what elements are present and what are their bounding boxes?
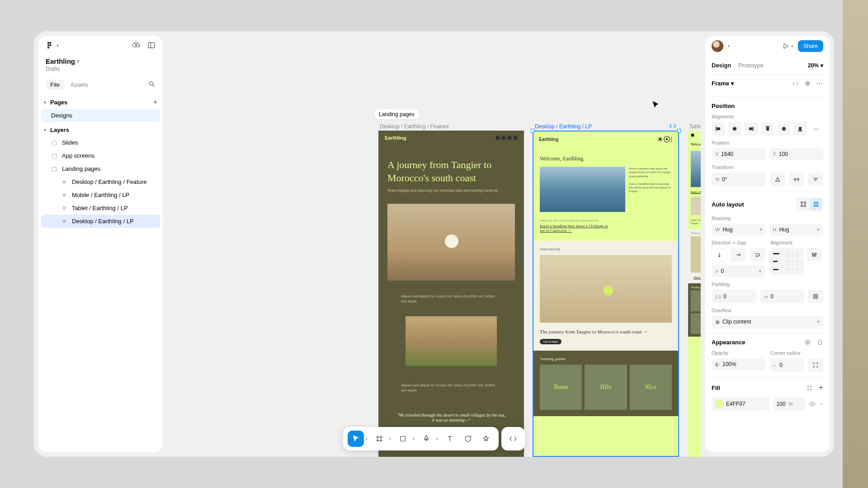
svg-rect-48 [815, 296, 816, 297]
dev-ready-badge[interactable] [669, 122, 676, 131]
tool-caret[interactable]: ▾ [389, 437, 391, 441]
move-tool[interactable] [348, 431, 364, 447]
more-transform[interactable] [808, 173, 823, 186]
tool-caret[interactable]: ▾ [436, 437, 438, 441]
tab-file[interactable]: File [46, 80, 64, 90]
artboard-desktop-lp[interactable]: Earthling☀⦿⁝ Welcome, Earthling. Insert … [533, 131, 679, 457]
layer-desktop-feature[interactable]: ≡Desktop / Earthling / Feature [41, 175, 160, 188]
radius-input[interactable]: ⌐0 [770, 358, 805, 372]
padding-h-input[interactable]: |□|0 [712, 290, 756, 303]
svg-line-8 [153, 85, 154, 86]
blend-icon[interactable] [816, 339, 823, 346]
align-v-center[interactable] [777, 122, 791, 136]
fill-visibility-icon[interactable] [809, 400, 816, 408]
flip-h[interactable] [770, 173, 785, 186]
x-input[interactable]: X1640 [712, 148, 766, 160]
chevron-down-icon[interactable]: ▾ [728, 44, 730, 48]
zoom-control[interactable]: 20%▾ [808, 59, 823, 71]
visibility-icon[interactable] [804, 339, 811, 346]
user-avatar[interactable] [712, 40, 723, 52]
tab-assets[interactable]: Assets [66, 80, 93, 90]
layer-desktop-lp[interactable]: ≡Desktop / Earthling / LP [41, 215, 160, 228]
align-h-center[interactable] [728, 122, 741, 136]
color-swatch [715, 400, 723, 408]
selection-handle[interactable] [531, 129, 534, 132]
styles-icon[interactable] [806, 385, 813, 391]
dir-vertical[interactable] [712, 248, 727, 262]
cloud-upload-icon[interactable] [132, 41, 140, 49]
radius-individual[interactable] [808, 358, 823, 372]
al-settings[interactable] [807, 248, 822, 262]
present-button[interactable]: ▾ [782, 42, 793, 50]
autolayout-section: Auto layout [712, 201, 744, 208]
opacity-input[interactable]: ◐100% [712, 358, 765, 370]
align-right[interactable] [744, 122, 758, 136]
layers-header[interactable]: ▾ Layers [38, 122, 163, 136]
y-input[interactable]: Y100 [769, 148, 824, 160]
actions-tool[interactable] [478, 431, 494, 447]
frame-heading[interactable]: Frame ▾ [712, 80, 734, 87]
align-left[interactable] [712, 122, 725, 136]
search-button[interactable] [148, 80, 156, 89]
hero-image [691, 151, 701, 187]
cursor-icon [651, 100, 661, 112]
dir-horizontal[interactable] [731, 248, 746, 262]
section-label[interactable]: Landing pages [374, 109, 419, 119]
artboard-tablet-lp[interactable]: ⬤⦿ ⁝ Welcome, Earthling. Insert a headli… [688, 131, 701, 457]
tool-caret[interactable]: ▾ [366, 437, 368, 441]
padding-individual[interactable] [808, 290, 823, 303]
page-item-designs[interactable]: Designs [41, 109, 160, 122]
add-fill[interactable]: + [818, 383, 823, 393]
canvas[interactable]: Landing pages Desktop / Earthling / Feat… [167, 31, 701, 457]
comment-tool[interactable] [460, 431, 476, 447]
artboard-desktop-feature[interactable]: Earthling A journey from Tangier to Moro… [378, 131, 524, 457]
remove-fill[interactable]: − [820, 401, 823, 408]
rotation-input[interactable]: ⟲0° [712, 173, 766, 186]
frame-label-desktop-lp[interactable]: Desktop / Earthling / LP [535, 123, 592, 130]
frame-tool[interactable] [371, 431, 387, 447]
fill-color[interactable]: E4FF97 [712, 397, 769, 411]
layer-tablet-lp[interactable]: #Tablet / Earthling / LP [41, 202, 160, 215]
svg-rect-37 [814, 202, 818, 204]
align-bottom[interactable] [793, 122, 807, 136]
overflow-select[interactable]: ▣Clip content▾ [712, 316, 823, 328]
layer-landing-pages[interactable]: ▢Landing pages [41, 162, 160, 175]
pages-header[interactable]: ▾ Pages + [38, 94, 163, 109]
dir-wrap[interactable] [750, 248, 765, 262]
panel-toggle-icon[interactable] [147, 41, 156, 49]
more-icon[interactable]: ⋯ [816, 80, 823, 87]
al-on[interactable] [810, 198, 822, 210]
align-top[interactable] [761, 122, 774, 136]
component-icon[interactable] [804, 80, 811, 87]
add-page-button[interactable]: + [153, 98, 157, 106]
code-icon[interactable] [792, 80, 799, 87]
layer-app-screens[interactable]: ▢App screens [41, 149, 160, 162]
fill-alpha[interactable]: 100% [773, 397, 806, 411]
alignment-grid[interactable] [770, 248, 804, 275]
gap-input[interactable]: ≡0▾ [712, 265, 765, 277]
layer-slides[interactable]: ▢Slides [41, 136, 160, 149]
tab-prototype[interactable]: Prototype [738, 59, 764, 71]
width-mode[interactable]: WHug▾ [712, 224, 766, 235]
padding-v-input[interactable]: ▭0 [760, 290, 805, 303]
text-tool[interactable] [442, 431, 458, 447]
file-name[interactable]: Earthling▾ [46, 57, 81, 65]
figma-icon [46, 41, 54, 49]
layer-mobile-lp[interactable]: ≡Mobile / Earthling / LP [41, 188, 160, 202]
pen-tool[interactable] [418, 431, 434, 447]
share-button[interactable]: Share [798, 40, 823, 52]
tab-design[interactable]: Design [712, 59, 731, 71]
dev-mode-toggle[interactable] [505, 431, 521, 447]
trending-label: Trending guides [540, 357, 672, 361]
hero-image [540, 167, 625, 212]
height-mode[interactable]: HHug▾ [769, 224, 824, 235]
tool-caret[interactable]: ▾ [413, 437, 415, 441]
al-off[interactable] [797, 198, 810, 210]
shape-tool[interactable] [395, 431, 411, 447]
figma-menu[interactable]: ▾ [46, 41, 61, 49]
selection-handle[interactable] [677, 129, 681, 132]
align-more[interactable]: ⋯ [810, 122, 823, 136]
frame-label-feature[interactable]: Desktop / Earthling / Feature [380, 123, 449, 130]
file-location[interactable]: Drafts [46, 66, 156, 72]
flip-v[interactable] [789, 173, 804, 186]
